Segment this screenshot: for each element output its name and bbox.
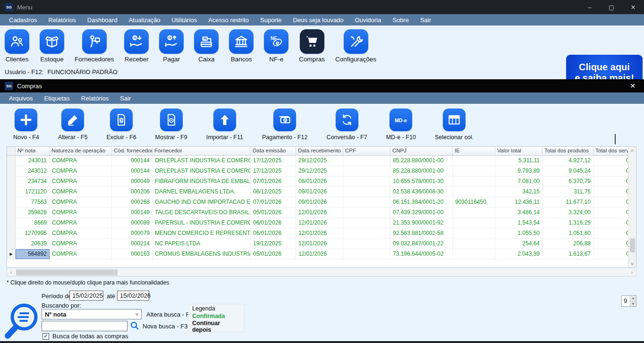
all-purchases-checkbox-row[interactable]: ✓ Busca de todas as compras (42, 333, 128, 340)
table-cell[interactable]: 0,00 (593, 197, 628, 207)
menu-item-suporte[interactable]: Suporte (255, 16, 287, 25)
table-cell[interactable] (453, 218, 495, 228)
table-cell[interactable]: 000268 (112, 197, 153, 207)
table-cell[interactable]: 1.613,67 (542, 249, 593, 259)
shortcut-nf-e[interactable]: NFeNF-e (264, 29, 288, 63)
toolbar-button-selecionar-col[interactable]: Selecionar col. (435, 109, 474, 141)
table-cell[interactable]: 17/12/2025 (251, 166, 296, 176)
table-cell[interactable]: 1.051,60 (542, 228, 593, 238)
table-cell[interactable]: DARNEL EMBALAGENS LTDA. (153, 187, 251, 197)
table-cell[interactable] (343, 208, 390, 218)
scroll-right-icon[interactable]: › (628, 268, 636, 276)
table-cell[interactable]: 92.563.881/0002-58 (390, 228, 453, 238)
shortcut-fornecedores[interactable]: Fornecedores (75, 29, 114, 63)
menu-item-atualizac-a-o[interactable]: Atualização (123, 16, 165, 25)
compras-menu-item-arquivos[interactable]: Arquivos (4, 94, 38, 103)
table-cell[interactable]: 11.677,10 (542, 197, 593, 207)
table-cell[interactable]: 6.370,79 (542, 176, 593, 186)
toolbar-button-alterar-f5[interactable]: Alterar - F5 (58, 109, 88, 141)
table-cell[interactable]: 1721120 (16, 187, 50, 197)
table-cell[interactable]: COMPRA (50, 239, 112, 249)
table-cell[interactable] (453, 166, 495, 176)
search-input[interactable] (42, 321, 127, 331)
compras-close-button[interactable]: ✕ (624, 79, 641, 92)
table-cell[interactable]: 000089 (112, 218, 153, 228)
table-cell[interactable]: 0,00 (593, 218, 628, 228)
column-header-data-emissa-o[interactable]: Data emissão (251, 147, 296, 155)
table-cell[interactable]: NC PAPEIS LTDA (153, 239, 251, 249)
table-cell[interactable]: 73.196.644/0005-02 (390, 249, 453, 259)
table-cell[interactable]: 0,00 (593, 228, 628, 238)
table-row[interactable]: 234734COMPRA000049FIBRAFORM INDUSTRIA DE… (7, 176, 628, 187)
table-cell[interactable] (343, 239, 390, 249)
table-cell[interactable]: 06/01/2026 (251, 218, 296, 228)
compras-menu-item-relato-rios[interactable]: Relatórios (76, 94, 114, 103)
table-cell[interactable]: 234734 (16, 176, 50, 186)
table-cell[interactable] (453, 228, 495, 238)
table-cell[interactable]: 10.655.578/0001-30 (390, 176, 453, 186)
table-row[interactable]: 1270995COMPRA000079MENON COMERCIO E REPR… (7, 228, 628, 239)
quantity-spinner[interactable]: 9 ▲ ▼ (621, 295, 636, 307)
column-header-n-nota[interactable]: Nº nota (16, 147, 50, 155)
menu-item-relato-rios[interactable]: Relatórios (43, 16, 81, 25)
table-row[interactable]: 359828COMPRA000149TALGE DESCARTAVEIS DO … (7, 208, 628, 218)
table-cell[interactable]: 9.045,24 (542, 166, 593, 176)
table-cell[interactable]: 07/01/2026 (251, 197, 296, 207)
table-cell[interactable] (453, 156, 495, 166)
table-cell[interactable]: 20639 (16, 239, 50, 249)
table-cell[interactable]: 21.353.900/0001-92 (390, 218, 453, 228)
column-header-ie[interactable]: IE (453, 147, 495, 155)
table-cell[interactable] (343, 156, 390, 166)
checkbox-checked-icon[interactable]: ✓ (42, 333, 49, 340)
table-cell[interactable]: 7.081,00 (495, 176, 542, 186)
table-row[interactable]: 20639COMPRA000214NC PAPEIS LTDA19/12/202… (7, 239, 628, 249)
table-cell[interactable] (343, 218, 390, 228)
period-to-field[interactable]: 15/02/2026 (117, 291, 149, 301)
table-cell[interactable]: 12/01/2026 (296, 239, 343, 249)
column-header-natureza-de-operac-a-o[interactable]: Natureza de operação (50, 147, 112, 155)
scroll-left-icon[interactable]: ‹ (7, 268, 15, 276)
shortcut-caixa[interactable]: Caixa (194, 29, 219, 63)
menu-item-dashboard[interactable]: Dashboard (82, 16, 123, 25)
toolbar-button-md-e-f10[interactable]: MD-eMD-e - F10 (386, 109, 416, 141)
shortcut-clientes[interactable]: Clientes (5, 29, 29, 63)
table-cell[interactable]: COMPRA (50, 208, 112, 218)
table-cell[interactable]: 000206 (112, 187, 153, 197)
table-cell[interactable]: 0,00 (593, 156, 628, 166)
table-cell[interactable]: 85.228.880/0001-00 (390, 166, 453, 176)
close-button[interactable]: ✕ (622, 0, 644, 14)
table-cell[interactable]: COMPRA (50, 187, 112, 197)
table-row[interactable]: ▶564892COMPRA000163CROMUS EMBALAGENS IND… (7, 249, 628, 259)
table-cell[interactable]: 000149 (112, 208, 153, 218)
table-cell[interactable]: 0,00 (593, 176, 628, 186)
table-cell[interactable]: 05/01/2026 (251, 208, 296, 218)
table-cell[interactable]: 0,00 (593, 187, 628, 197)
table-cell[interactable]: COMPRA (50, 228, 112, 238)
column-header-co-d-fornecedor[interactable]: Cód. fornecedor (112, 147, 153, 155)
toolbar-button-novo-f4[interactable]: Novo - F4 (13, 109, 39, 141)
table-cell[interactable]: 3.324,00 (542, 208, 593, 218)
table-cell[interactable]: 06/12/2025 (251, 187, 296, 197)
menu-item-acesso-restrito[interactable]: Acesso restrito (203, 16, 254, 25)
table-cell[interactable]: 254,64 (495, 239, 542, 249)
menu-item-deus-seja-louvado[interactable]: Deus seja louvado (288, 16, 349, 25)
period-from-field[interactable]: 15/02/2025 (69, 291, 103, 301)
table-cell[interactable]: 06.151.384/0001-20 (390, 197, 453, 207)
column-header-total-dos-produtos[interactable]: Total dos produtos (542, 147, 593, 155)
table-cell[interactable]: 02.538.436/0008-30 (390, 187, 453, 197)
menu-item-sair[interactable]: Sair (415, 16, 436, 25)
menu-item-sobre[interactable]: Sobre (387, 16, 414, 25)
toolbar-button-mostrar-f9[interactable]: Mostrar - F9 (155, 109, 187, 141)
menu-item-ouvidoria[interactable]: Ouvidoria (350, 16, 387, 25)
table-cell[interactable]: 311,75 (542, 187, 593, 197)
table-cell[interactable]: COMPRA (50, 166, 112, 176)
spinner-down-icon[interactable]: ▼ (630, 301, 636, 307)
horizontal-scroll-thumb[interactable] (16, 269, 118, 276)
table-cell[interactable]: COMPRA (50, 176, 112, 186)
table-cell[interactable] (343, 187, 390, 197)
shortcut-pagar[interactable]: Pagar (159, 29, 184, 63)
table-cell[interactable]: 0,00 (593, 239, 628, 249)
table-cell[interactable]: 000214 (112, 239, 153, 249)
search-icon[interactable] (129, 320, 140, 331)
table-row[interactable]: 243011COMPRA000144ORLEPLAST INDUSTRIA E … (7, 156, 628, 166)
